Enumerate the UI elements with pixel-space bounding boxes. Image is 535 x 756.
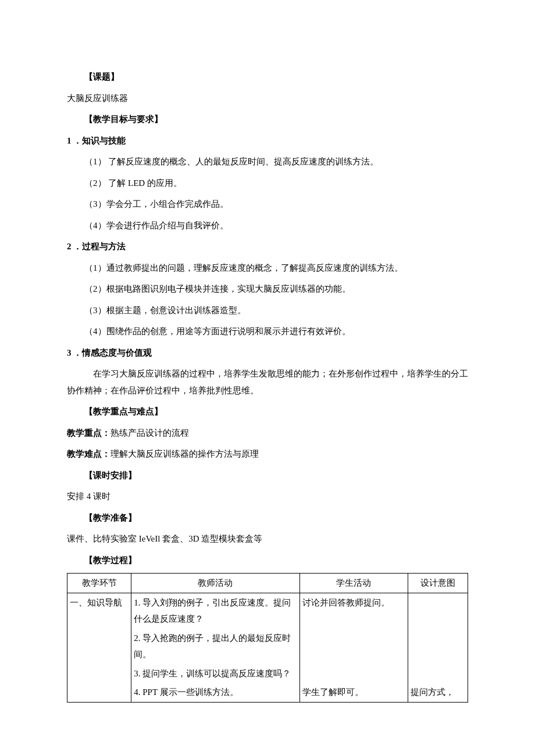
- section3-head: 3 ．情感态度与价值观: [67, 345, 468, 361]
- section2-head: 2 ．过程与方法: [67, 238, 468, 255]
- schedule-text: 安排 4 课时: [67, 488, 468, 505]
- prep-text: 课件、比特实验室 IeVeIl 套盒、3D 造型模块套盒等: [67, 531, 468, 547]
- focus-text: 熟练产品设计的流程: [110, 428, 189, 438]
- section2-item: （2）根据电路图识别电子模块并连接，实现大脑反应训练器的功能。: [67, 281, 468, 298]
- focus-label: 教学重点：: [67, 428, 110, 438]
- th-intent: 设计意图: [408, 574, 468, 593]
- cell-stage: 一、知识导航: [67, 593, 131, 702]
- cell-intent: [408, 593, 468, 629]
- heading-prep: 【教学准备】: [67, 510, 468, 526]
- cell-teacher: 3. 提问学生，训练可以提高反应速度吗？: [131, 664, 299, 683]
- section1-item: （1） 了解反应速度的概念、人的最短反应时间、提高反应速度的训练方法。: [67, 153, 468, 170]
- section2-item: （1）通过教师提出的问题，理解反应速度的概念，了解提高反应速度的训练方法。: [67, 260, 468, 277]
- section2-item: （4）围绕作品的创意，用途等方面进行说明和展示并进行有效评价。: [67, 323, 468, 340]
- heading-schedule: 【课时安排】: [67, 467, 468, 484]
- section1-item: （3）学会分工，小组合作完成作品。: [67, 196, 468, 213]
- table-header-row: 教学环节 教师活动 学生活动 设计意图: [67, 574, 468, 593]
- section1-item: （4）学会进行作品介绍与自我评价。: [67, 217, 468, 234]
- section1-item: （2） 了解 LED 的应用。: [67, 175, 468, 192]
- cell-teacher: 4. PPT 展示一些训练方法。: [131, 683, 299, 702]
- cell-student: 学生了解即可。: [299, 683, 408, 702]
- cell-teacher: 1. 导入刘翔的例子，引出反应速度。提问什么是反应速度？: [131, 593, 299, 629]
- cell-student: 讨论并回答教师提问。: [299, 593, 408, 629]
- difficulty-text: 理解大脑反应训练器的操作方法与原理: [110, 449, 259, 458]
- th-stage: 教学环节: [67, 574, 131, 593]
- difficulty-line: 教学难点：理解大脑反应训练器的操作方法与原理: [67, 446, 468, 463]
- section3-para: 在学习大脑反应训练器的过程中，培养学生发散思维的能力；在外形创作过程中，培养学生…: [67, 366, 468, 399]
- difficulty-label: 教学难点：: [67, 449, 110, 458]
- table-row: 一、知识导航 1. 导入刘翔的例子，引出反应速度。提问什么是反应速度？ 讨论并回…: [67, 593, 468, 629]
- process-table: 教学环节 教师活动 学生活动 设计意图 一、知识导航 1. 导入刘翔的例子，引出…: [67, 573, 468, 703]
- subtitle: 大脑反应训练器: [67, 90, 468, 107]
- cell-student: [299, 664, 408, 683]
- heading-topic: 【课题】: [67, 69, 468, 85]
- section3-para-text: 在学习大脑反应训练器的过程中，培养学生发散思维的能力；在外形创作过程中，培养学生…: [67, 369, 468, 395]
- th-student: 学生活动: [299, 574, 408, 593]
- th-teacher: 教师活动: [131, 574, 299, 593]
- cell-student: [299, 629, 408, 664]
- section1-head: 1 ．知识与技能: [67, 132, 468, 149]
- heading-goals: 【教学目标与要求】: [67, 111, 468, 128]
- section2-item: （3）根据主题，创意设计出训练器造型。: [67, 302, 468, 319]
- heading-process: 【教学过程】: [67, 552, 468, 569]
- cell-intent: [408, 664, 468, 683]
- cell-intent: [408, 629, 468, 664]
- focus-line: 教学重点：熟练产品设计的流程: [67, 425, 468, 442]
- cell-intent: 提问方式，: [408, 683, 468, 702]
- heading-key-diff: 【教学重点与难点】: [67, 403, 468, 420]
- cell-teacher: 2. 导入抢跑的例子，提出人的最短反应时间。: [131, 629, 299, 664]
- document-page: 【课题】 大脑反应训练器 【教学目标与要求】 1 ．知识与技能 （1） 了解反应…: [0, 0, 535, 756]
